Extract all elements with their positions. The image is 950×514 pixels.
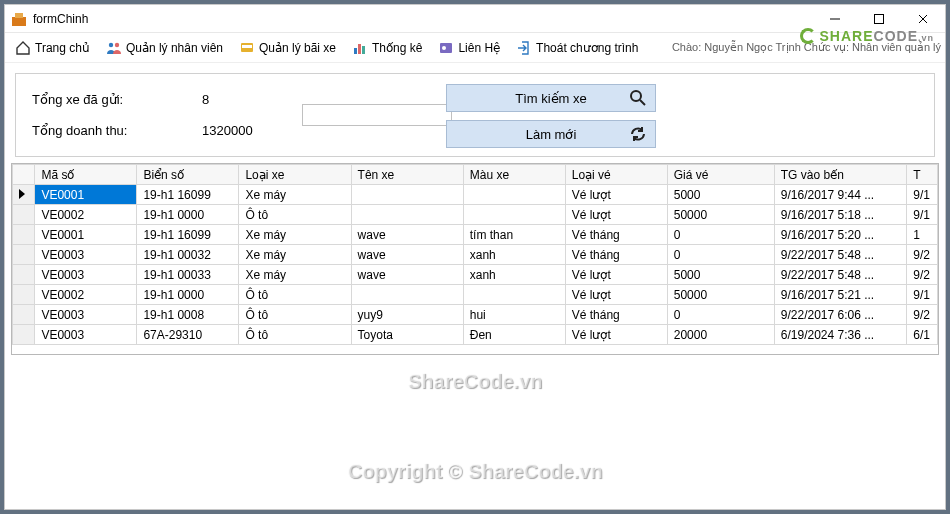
cell-ma[interactable]: VE0003 bbox=[35, 325, 137, 345]
cell-bien[interactable]: 19-h1 00033 bbox=[137, 265, 239, 285]
cell-ma[interactable]: VE0001 bbox=[35, 185, 137, 205]
cell-bien[interactable]: 19-h1 0000 bbox=[137, 205, 239, 225]
cell-mau[interactable]: xanh bbox=[463, 245, 565, 265]
cell-loaixe[interactable]: Ô tô bbox=[239, 285, 351, 305]
row-header[interactable] bbox=[13, 265, 35, 285]
col-tg[interactable]: TG vào bến bbox=[774, 165, 907, 185]
row-header[interactable] bbox=[13, 185, 35, 205]
cell-loaive[interactable]: Vé lượt bbox=[565, 185, 667, 205]
cell-ten[interactable] bbox=[351, 205, 463, 225]
cell-bien[interactable]: 19-h1 16099 bbox=[137, 185, 239, 205]
cell-loaixe[interactable]: Ô tô bbox=[239, 305, 351, 325]
cell-ma[interactable]: VE0001 bbox=[35, 225, 137, 245]
cell-bien[interactable]: 19-h1 0000 bbox=[137, 285, 239, 305]
table-row[interactable]: VE000119-h1 16099Xe máywavetím thanVé th… bbox=[13, 225, 938, 245]
cell-loaive[interactable]: Vé lượt bbox=[565, 205, 667, 225]
cell-gia[interactable]: 5000 bbox=[667, 185, 774, 205]
search-button[interactable]: Tìm kiếm xe bbox=[446, 84, 656, 112]
cell-mau[interactable]: hui bbox=[463, 305, 565, 325]
cell-tg2[interactable]: 1 bbox=[907, 225, 938, 245]
cell-mau[interactable]: Đen bbox=[463, 325, 565, 345]
cell-ten[interactable]: yuy9 bbox=[351, 305, 463, 325]
cell-gia[interactable]: 0 bbox=[667, 305, 774, 325]
cell-loaixe[interactable]: Xe máy bbox=[239, 245, 351, 265]
cell-loaixe[interactable]: Xe máy bbox=[239, 265, 351, 285]
cell-mau[interactable] bbox=[463, 205, 565, 225]
cell-tg[interactable]: 9/22/2017 5:48 ... bbox=[774, 265, 907, 285]
col-loaixe[interactable]: Loại xe bbox=[239, 165, 351, 185]
cell-tg2[interactable]: 9/1 bbox=[907, 185, 938, 205]
table-row[interactable]: VE000319-h1 00033Xe máywavexanhVé lượt50… bbox=[13, 265, 938, 285]
col-ten[interactable]: Tên xe bbox=[351, 165, 463, 185]
refresh-button[interactable]: Làm mới bbox=[446, 120, 656, 148]
cell-tg[interactable]: 9/16/2017 5:20 ... bbox=[774, 225, 907, 245]
cell-ma[interactable]: VE0003 bbox=[35, 305, 137, 325]
cell-loaixe[interactable]: Xe máy bbox=[239, 185, 351, 205]
nav-contact[interactable]: Liên Hệ bbox=[432, 38, 506, 58]
cell-loaive[interactable]: Vé tháng bbox=[565, 305, 667, 325]
cell-loaive[interactable]: Vé tháng bbox=[565, 225, 667, 245]
cell-bien[interactable]: 67A-29310 bbox=[137, 325, 239, 345]
cell-tg2[interactable]: 9/2 bbox=[907, 305, 938, 325]
cell-tg[interactable]: 9/22/2017 5:48 ... bbox=[774, 245, 907, 265]
cell-ma[interactable]: VE0003 bbox=[35, 265, 137, 285]
col-loaive[interactable]: Loại vé bbox=[565, 165, 667, 185]
cell-tg2[interactable]: 9/1 bbox=[907, 285, 938, 305]
cell-mau[interactable] bbox=[463, 185, 565, 205]
cell-bien[interactable]: 19-h1 00032 bbox=[137, 245, 239, 265]
cell-bien[interactable]: 19-h1 0008 bbox=[137, 305, 239, 325]
row-header[interactable] bbox=[13, 285, 35, 305]
cell-ten[interactable]: wave bbox=[351, 225, 463, 245]
table-row[interactable]: VE000219-h1 0000Ô tôVé lượt500009/16/201… bbox=[13, 205, 938, 225]
cell-loaixe[interactable]: Ô tô bbox=[239, 205, 351, 225]
cell-gia[interactable]: 0 bbox=[667, 225, 774, 245]
cell-loaixe[interactable]: Xe máy bbox=[239, 225, 351, 245]
table-row[interactable]: VE000367A-29310Ô tôToyotaĐenVé lượt20000… bbox=[13, 325, 938, 345]
cell-tg[interactable]: 6/19/2024 7:36 ... bbox=[774, 325, 907, 345]
row-header[interactable] bbox=[13, 205, 35, 225]
cell-ten[interactable] bbox=[351, 185, 463, 205]
table-row[interactable]: VE000319-h1 00032Xe máywavexanhVé tháng0… bbox=[13, 245, 938, 265]
row-header[interactable] bbox=[13, 325, 35, 345]
cell-mau[interactable] bbox=[463, 285, 565, 305]
cell-loaive[interactable]: Vé lượt bbox=[565, 285, 667, 305]
cell-tg2[interactable]: 9/2 bbox=[907, 245, 938, 265]
cell-tg2[interactable]: 6/1 bbox=[907, 325, 938, 345]
cell-tg2[interactable]: 9/1 bbox=[907, 205, 938, 225]
data-grid[interactable]: Mã số Biển số Loại xe Tên xe Màu xe Loại… bbox=[11, 163, 939, 355]
col-bien[interactable]: Biển số bbox=[137, 165, 239, 185]
cell-loaive[interactable]: Vé tháng bbox=[565, 245, 667, 265]
cell-loaixe[interactable]: Ô tô bbox=[239, 325, 351, 345]
minimize-button[interactable] bbox=[813, 5, 857, 33]
cell-tg[interactable]: 9/22/2017 6:06 ... bbox=[774, 305, 907, 325]
col-tg2[interactable]: T bbox=[907, 165, 938, 185]
search-input[interactable] bbox=[302, 104, 452, 126]
cell-gia[interactable]: 0 bbox=[667, 245, 774, 265]
cell-tg[interactable]: 9/16/2017 5:21 ... bbox=[774, 285, 907, 305]
row-header[interactable] bbox=[13, 225, 35, 245]
cell-ma[interactable]: VE0002 bbox=[35, 285, 137, 305]
cell-ten[interactable]: wave bbox=[351, 265, 463, 285]
table-row[interactable]: VE000219-h1 0000Ô tôVé lượt500009/16/201… bbox=[13, 285, 938, 305]
nav-parking[interactable]: Quản lý bãi xe bbox=[233, 38, 342, 58]
close-button[interactable] bbox=[901, 5, 945, 33]
row-header[interactable] bbox=[13, 245, 35, 265]
cell-ma[interactable]: VE0002 bbox=[35, 205, 137, 225]
col-gia[interactable]: Giá vé bbox=[667, 165, 774, 185]
col-ma[interactable]: Mã số bbox=[35, 165, 137, 185]
cell-gia[interactable]: 20000 bbox=[667, 325, 774, 345]
cell-ma[interactable]: VE0003 bbox=[35, 245, 137, 265]
nav-staff[interactable]: Quản lý nhân viên bbox=[100, 38, 229, 58]
row-header[interactable] bbox=[13, 305, 35, 325]
cell-ten[interactable]: Toyota bbox=[351, 325, 463, 345]
cell-bien[interactable]: 19-h1 16099 bbox=[137, 225, 239, 245]
cell-gia[interactable]: 5000 bbox=[667, 265, 774, 285]
cell-tg[interactable]: 9/16/2017 5:18 ... bbox=[774, 205, 907, 225]
cell-gia[interactable]: 50000 bbox=[667, 285, 774, 305]
cell-mau[interactable]: tím than bbox=[463, 225, 565, 245]
table-row[interactable]: VE000119-h1 16099Xe máyVé lượt50009/16/2… bbox=[13, 185, 938, 205]
cell-tg[interactable]: 9/16/2017 9:44 ... bbox=[774, 185, 907, 205]
cell-ten[interactable] bbox=[351, 285, 463, 305]
table-row[interactable]: VE000319-h1 0008Ô tôyuy9huiVé tháng09/22… bbox=[13, 305, 938, 325]
nav-exit[interactable]: Thoát chương trình bbox=[510, 38, 644, 58]
